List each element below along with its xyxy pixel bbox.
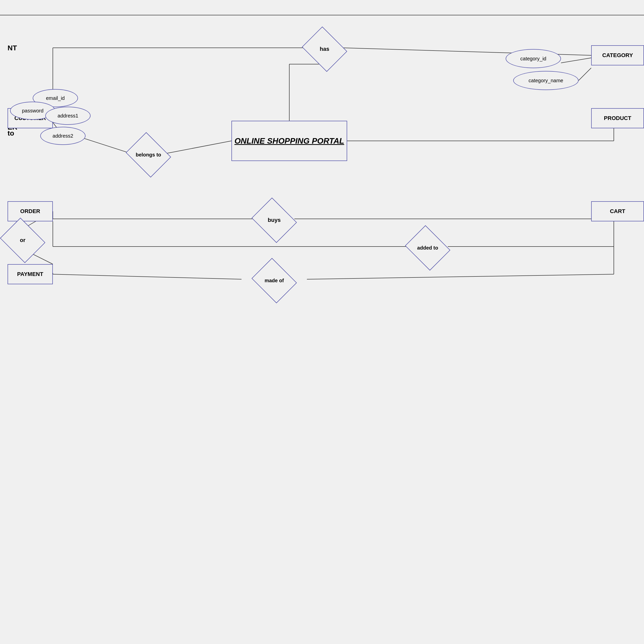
entity-payment: PAYMENT [8,264,53,284]
attribute-category-name: category_name [513,71,579,90]
entity-cart: CART [591,201,644,221]
attribute-address1: address1 [45,107,91,125]
relationship-buys: buys [254,204,294,236]
entity-category: CATEGORY [591,45,644,65]
entity-product: PRODUCT [591,108,644,128]
er-diagram: ONLINE SHOPPING PORTAL CUSTOMER ORDER PA… [0,0,644,644]
entity-order: ORDER [8,201,53,221]
relationship-or: or [3,224,43,257]
svg-line-28 [561,58,591,63]
svg-line-6 [166,141,231,153]
relationship-has: has [304,33,345,65]
attribute-address2: address2 [40,127,86,145]
relationship-belongs-to: belongs to [128,138,169,171]
svg-line-21 [307,274,614,279]
svg-line-29 [579,68,591,81]
svg-line-20 [53,274,241,279]
relationship-made-of: made of [254,264,294,297]
connection-lines [0,0,644,644]
attribute-category-id: category_id [506,49,561,68]
relationship-added-to: added to [408,231,448,264]
entity-portal: ONLINE SHOPPING PORTAL [231,121,347,161]
